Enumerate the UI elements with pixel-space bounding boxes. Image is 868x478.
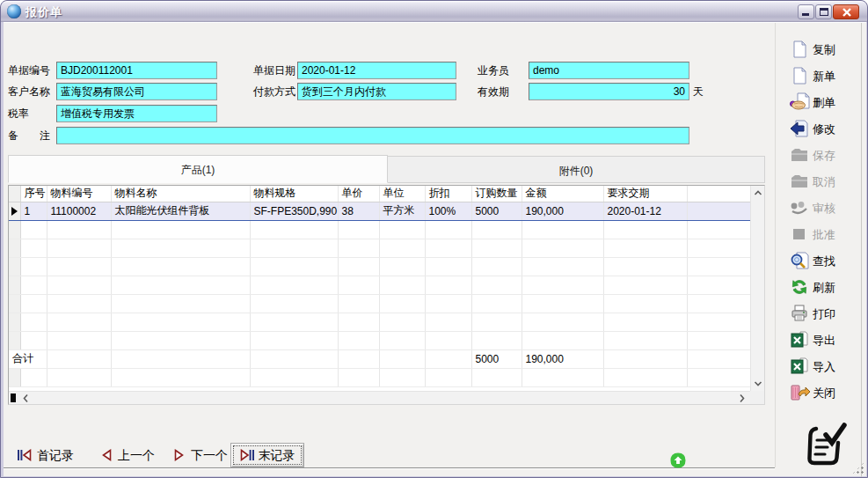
refresh-button[interactable]: 刷新 (783, 276, 864, 298)
col-filler (687, 186, 750, 202)
remark-field[interactable] (56, 127, 689, 144)
remark-label: 备 注 (8, 127, 50, 144)
cell-filler (687, 202, 750, 220)
col-amount[interactable]: 金额 (522, 186, 603, 202)
items-grid: 序号 物料编号 物料名称 物料规格 单价 单位 折扣 订购数量 金额 要求交期 (8, 185, 765, 405)
validity-field[interactable] (529, 83, 689, 100)
cell-unit[interactable]: 平方米 (379, 202, 425, 220)
titlebar[interactable]: 报价单 (1, 1, 867, 22)
cell-qty[interactable]: 5000 (471, 202, 522, 220)
save-button: 保存 (783, 144, 864, 165)
doc-date-field[interactable] (297, 62, 456, 79)
prev-record-button[interactable]: 上一个 (100, 445, 155, 466)
cancel-button-label: 取消 (813, 174, 835, 190)
tax-field[interactable] (56, 105, 217, 122)
salesman-field[interactable] (529, 62, 689, 79)
table-empty-row (9, 368, 750, 386)
minimize-button[interactable] (798, 4, 814, 19)
col-discount[interactable]: 折扣 (425, 186, 471, 202)
new-button[interactable]: 新单 (783, 65, 864, 86)
first-record-button[interactable]: 首记录 (17, 445, 74, 466)
close-form-button[interactable]: 关闭 (783, 382, 864, 403)
delete-button[interactable]: 删单 (783, 92, 864, 113)
total-amount-cell: 190,000 (522, 349, 603, 368)
bottom-separator (4, 467, 775, 469)
payment-field[interactable] (297, 83, 456, 100)
customer-field[interactable] (56, 83, 217, 100)
tab-attachments[interactable]: 附件(0) (387, 156, 765, 183)
table-row-selected[interactable]: 1 11100002 太阳能光伏组件背板 SF-FPE350D,990 38 平… (9, 202, 750, 220)
scroll-down-icon[interactable] (751, 377, 765, 390)
prev-record-label: 上一个 (118, 448, 155, 462)
cell-item-code[interactable]: 11100002 (47, 202, 111, 220)
maximize-icon (820, 8, 828, 16)
note-check-icon (803, 421, 849, 468)
find-icon (790, 251, 809, 270)
col-indicator (9, 186, 20, 202)
vertical-scrollbar[interactable] (750, 186, 764, 391)
close-button[interactable] (833, 4, 859, 19)
close-form-icon (790, 383, 809, 402)
modify-button[interactable]: 修改 (783, 118, 864, 139)
import-button[interactable]: 导入 (783, 356, 864, 377)
salesman-label: 业务员 (478, 62, 509, 79)
cell-spec[interactable]: SF-FPE350D,990 (250, 202, 338, 220)
col-unit[interactable]: 单位 (379, 186, 425, 202)
cell-seq[interactable]: 1 (20, 202, 47, 220)
col-item-code[interactable]: 物料编号 (47, 186, 111, 202)
close-form-button-label: 关闭 (813, 386, 835, 401)
import-button-label: 导入 (813, 359, 835, 375)
copy-icon (790, 40, 809, 59)
col-seq[interactable]: 序号 (20, 186, 47, 202)
doc-no-label: 单据编号 (8, 62, 50, 79)
copy-button[interactable]: 复制 (783, 39, 864, 60)
audit-button: 审核 (783, 197, 864, 218)
cancel-button: 取消 (783, 171, 864, 192)
print-icon (790, 304, 809, 323)
hscroll-thumb[interactable] (11, 393, 16, 402)
next-record-button[interactable]: 下一个 (173, 445, 228, 466)
modify-button-label: 修改 (813, 121, 835, 137)
export-button-label: 导出 (813, 333, 835, 349)
export-button[interactable]: 导出 (783, 329, 864, 350)
print-button[interactable]: 打印 (783, 303, 864, 324)
tab-products[interactable]: 产品(1) (8, 155, 388, 183)
col-spec[interactable]: 物料规格 (250, 186, 338, 202)
scroll-right-icon[interactable] (735, 392, 748, 405)
total-label-cell: 合计 (9, 349, 47, 368)
window-title: 报价单 (26, 4, 62, 20)
col-qty[interactable]: 订购数量 (471, 186, 522, 202)
app-globe-icon (7, 4, 21, 18)
maximize-button[interactable] (815, 4, 832, 19)
first-record-label: 首记录 (37, 448, 74, 462)
col-delivery-date[interactable]: 要求交期 (603, 186, 687, 202)
delete-icon (790, 92, 809, 112)
current-row-marker-icon (11, 207, 18, 216)
export-excel-icon (790, 330, 809, 349)
last-record-label: 末记录 (259, 448, 295, 462)
cell-discount[interactable]: 100% (425, 202, 471, 220)
table-empty-row (9, 313, 750, 331)
last-record-icon (240, 449, 255, 461)
copy-button-label: 复制 (813, 42, 835, 58)
cell-unit-price[interactable]: 38 (338, 202, 379, 220)
approve-icon (790, 224, 809, 244)
cell-delivery-date[interactable]: 2020-01-12 (603, 202, 687, 220)
last-record-button[interactable]: 末记录 (230, 443, 304, 467)
col-item-name[interactable]: 物料名称 (111, 186, 250, 202)
resize-grip[interactable] (852, 462, 864, 474)
client-area: 单据编号 单据日期 业务员 客户名称 付款方式 有效期 天 税率 备 注 产品(… (4, 22, 866, 476)
table-empty-row (9, 239, 750, 257)
doc-no-field[interactable] (56, 62, 217, 79)
find-button[interactable]: 查找 (783, 250, 864, 271)
cell-item-name[interactable]: 太阳能光伏组件背板 (111, 202, 250, 220)
col-unit-price[interactable]: 单价 (338, 186, 379, 202)
print-button-label: 打印 (813, 306, 835, 322)
scroll-up-icon[interactable] (751, 187, 765, 200)
customer-label: 客户名称 (8, 83, 50, 100)
status-green-icon (669, 452, 687, 469)
cell-amount[interactable]: 190,000 (522, 202, 603, 220)
scroll-left-icon[interactable] (19, 392, 33, 405)
payment-label: 付款方式 (253, 83, 295, 100)
horizontal-scrollbar[interactable] (9, 391, 750, 404)
